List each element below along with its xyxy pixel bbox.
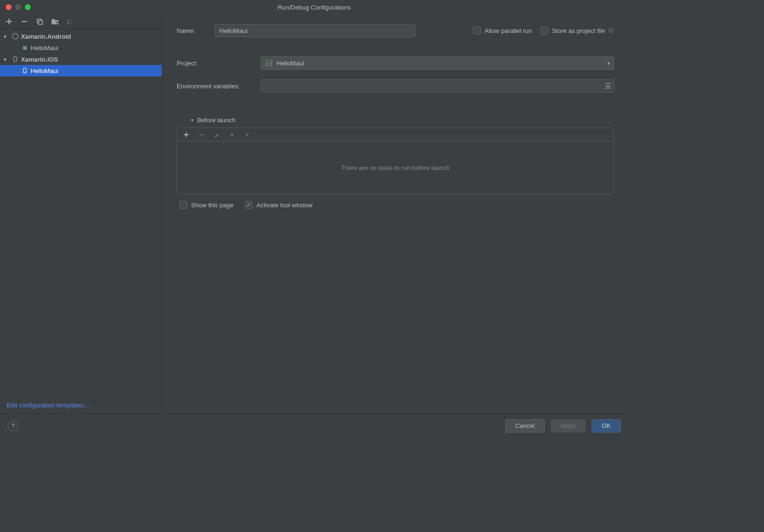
ios-config-icon: [21, 67, 29, 74]
move-down-button[interactable]: [243, 130, 252, 139]
before-launch-header[interactable]: ▾ Before launch: [191, 117, 614, 124]
chevron-down-icon: ▾: [4, 34, 10, 39]
env-expand-icon[interactable]: ☰: [605, 82, 611, 90]
checkbox-icon: [473, 27, 481, 34]
project-dropdown[interactable]: C# HelloMaui ▾: [261, 56, 614, 70]
env-input[interactable]: [261, 79, 614, 93]
show-this-page-label: Show this page: [191, 202, 233, 209]
before-launch-label: Before launch: [197, 117, 235, 124]
tree-item-label: HelloMaui: [31, 44, 58, 52]
sort-button[interactable]: az: [66, 17, 74, 26]
chevron-down-icon: ▾: [191, 117, 193, 123]
edit-templates-link[interactable]: Edit configuration templates…: [7, 402, 89, 409]
project-row: Project: C# HelloMaui ▾: [177, 56, 614, 70]
help-button[interactable]: ?: [8, 421, 18, 431]
name-label: Name:: [177, 27, 210, 34]
name-input[interactable]: [215, 24, 415, 37]
tree-group-label: Xamarin.iOS: [21, 56, 58, 63]
tree-group-xamarin-ios[interactable]: ▾ Xamarin.iOS: [0, 53, 162, 65]
tree-item-android-hellomaui[interactable]: HelloMaui: [0, 42, 162, 53]
svg-point-4: [12, 33, 18, 39]
allow-parallel-check[interactable]: Allow parallel run: [473, 27, 532, 34]
edit-task-button[interactable]: [212, 130, 221, 139]
empty-text: There are no tasks to run before launch: [341, 164, 450, 171]
checkbox-icon: [245, 201, 253, 209]
svg-text:z: z: [70, 21, 72, 24]
store-as-file-label: Store as project file: [552, 27, 605, 34]
sidebar: az ▾ Xamarin.Android HelloMaui ▾ Xamarin…: [0, 14, 162, 414]
csharp-project-icon: C#: [265, 59, 273, 67]
before-launch-toolbar: [177, 128, 614, 141]
copy-config-button[interactable]: [35, 17, 44, 26]
move-up-button[interactable]: [228, 130, 236, 139]
tree-group-label: Xamarin.Android: [21, 33, 71, 40]
apply-button[interactable]: Apply: [551, 419, 586, 433]
chevron-down-icon: ▾: [607, 61, 610, 66]
tree-group-xamarin-android[interactable]: ▾ Xamarin.Android: [0, 31, 162, 42]
name-row: Name: Allow parallel run Store as projec…: [177, 24, 614, 37]
project-value: HelloMaui: [276, 60, 304, 67]
remove-config-button[interactable]: [20, 17, 29, 26]
checkbox-icon: [180, 201, 187, 209]
tree-item-ios-hellomaui[interactable]: HelloMaui: [0, 65, 162, 76]
svg-rect-5: [23, 46, 27, 50]
env-row: Environment variables: ☰: [177, 79, 614, 93]
dialog-footer: ? Cancel Apply OK: [0, 414, 628, 437]
launch-checks-row: Show this page Activate tool window: [180, 201, 614, 209]
svg-point-8: [24, 72, 25, 73]
add-task-button[interactable]: [182, 130, 191, 139]
svg-rect-1: [39, 21, 42, 24]
before-launch-empty: There are no tasks to run before launch: [177, 141, 614, 194]
svg-text:C#: C#: [267, 62, 271, 65]
ios-icon: [11, 55, 19, 63]
sidebar-toolbar: az: [0, 14, 162, 29]
android-config-icon: [21, 44, 29, 52]
before-launch-box: There are no tasks to run before launch: [177, 128, 614, 194]
sidebar-footer: Edit configuration templates…: [0, 397, 162, 414]
env-label: Environment variables:: [177, 83, 261, 90]
tree-item-label: HelloMaui: [31, 67, 58, 74]
remove-task-button[interactable]: [197, 130, 206, 139]
window-title: Run/Debug Configurations: [0, 4, 628, 11]
svg-rect-6: [14, 57, 17, 62]
main-panel: Name: Allow parallel run Store as projec…: [162, 14, 628, 414]
activate-tool-label: Activate tool window: [256, 202, 313, 209]
chevron-down-icon: ▾: [4, 57, 10, 62]
config-tree: ▾ Xamarin.Android HelloMaui ▾ Xamarin.iO…: [0, 29, 162, 397]
show-this-page-check[interactable]: Show this page: [180, 201, 233, 209]
dialog-body: az ▾ Xamarin.Android HelloMaui ▾ Xamarin…: [0, 14, 628, 414]
ok-button[interactable]: OK: [592, 419, 621, 433]
activate-tool-check[interactable]: Activate tool window: [245, 201, 313, 209]
allow-parallel-label: Allow parallel run: [485, 27, 532, 34]
checkbox-icon: [541, 27, 548, 34]
titlebar: Run/Debug Configurations: [0, 0, 628, 14]
save-template-button[interactable]: [51, 17, 59, 26]
cancel-button[interactable]: Cancel: [505, 419, 544, 433]
project-label: Project:: [177, 60, 261, 67]
add-config-button[interactable]: [5, 17, 13, 26]
gear-icon[interactable]: ⚙: [608, 27, 614, 34]
android-icon: [11, 32, 19, 40]
store-as-file-check[interactable]: Store as project file: [541, 27, 605, 34]
